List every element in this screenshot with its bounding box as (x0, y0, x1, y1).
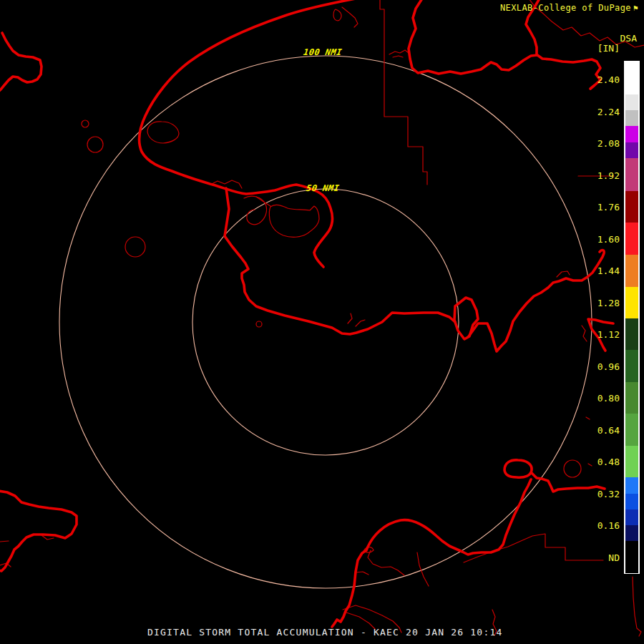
bay-dome (354, 479, 531, 586)
colorbar-segment-13 (625, 414, 638, 446)
colorbar-segment-18 (625, 525, 638, 541)
product-title: DIGITAL STORM TOTAL ACCUMULATION - KAEC … (147, 627, 502, 638)
product-code-label: DSA (620, 33, 637, 44)
colorbar-label-0.16: 0.16 (577, 520, 620, 531)
colorbar-segment-3 (625, 126, 638, 142)
map-thin-boundaries (0, 0, 644, 636)
colorbar-segment-9 (625, 287, 638, 318)
colorbar-segment-10 (625, 318, 638, 350)
colorbar-segment-14 (625, 446, 638, 477)
radar-display: NEXLAB-College of DuPage⚑ DSA [IN] 100 N… (0, 0, 644, 644)
bay-detail-1 (368, 550, 429, 586)
coast-top-left (0, 33, 42, 92)
colorbar-label-0.32: 0.32 (577, 489, 620, 499)
inlet-detail (348, 313, 365, 326)
colorbar-segment-19 (625, 541, 638, 573)
colorbar-label-0.64: 0.64 (577, 425, 620, 436)
colorbar-segment-16 (625, 494, 638, 509)
brand-label: NEXLAB-College of DuPage (500, 3, 631, 13)
coastline-south (225, 188, 455, 334)
colorbar-segment-1 (625, 94, 638, 110)
colorbar-segment-7 (625, 223, 638, 255)
coastline-main-arc (140, 0, 356, 267)
boundary-steps-top (380, 0, 427, 185)
brand-text: NEXLAB-College of DuPage⚑ (500, 3, 638, 13)
islet-cluster (389, 50, 409, 57)
colorbar-label-2.40: 2.40 (577, 74, 620, 85)
lagoon-blob (256, 197, 319, 237)
colorbar-label-ND: ND (577, 552, 620, 563)
cod-flag-icon: ⚑ (633, 4, 638, 13)
colorbar-segment-12 (625, 382, 638, 414)
peninsula-left (0, 491, 77, 571)
colorbar-label-1.12: 1.12 (577, 329, 620, 340)
colorbar-label-0.48: 0.48 (577, 457, 620, 467)
colorbar-label-1.92: 1.92 (577, 170, 620, 181)
range-ring-label-50nmi: 50 NMI (306, 183, 340, 193)
colorbar-segment-0 (625, 62, 638, 94)
colorbar-label-1.60: 1.60 (577, 234, 620, 245)
radar-map (0, 0, 644, 644)
colorbar-segment-4 (625, 142, 638, 158)
island-loop (147, 122, 179, 143)
river-tail-bottom (332, 586, 354, 627)
product-units-label: [IN] (597, 43, 620, 54)
colorbar-segment-8 (625, 255, 638, 287)
colorbar-segment-6 (625, 191, 638, 223)
small-lake-2 (87, 137, 103, 152)
shoreline-top (409, 0, 600, 89)
colorbar-label-0.80: 0.80 (577, 393, 620, 404)
lake-oval (504, 460, 532, 477)
range-ring-label-100nmi: 100 NMI (303, 47, 343, 57)
colorbar (624, 61, 640, 574)
small-lake-1 (82, 120, 89, 127)
small-lake-3 (125, 237, 145, 257)
range-ring-50nmi (192, 189, 459, 455)
colorbar-segment-17 (625, 509, 638, 525)
islet-dot (256, 321, 262, 327)
colorbar-label-1.44: 1.44 (577, 265, 620, 276)
colorbar-label-0.96: 0.96 (577, 361, 620, 372)
boundary-below-colorbar (633, 577, 641, 636)
coast-detail-top (333, 7, 358, 27)
colorbar-segment-15 (625, 477, 638, 494)
lagoon-hook (244, 196, 267, 225)
colorbar-segment-2 (625, 110, 638, 126)
colorbar-label-2.08: 2.08 (577, 138, 620, 149)
colorbar-label-2.24: 2.24 (577, 107, 620, 117)
colorbar-label-1.28: 1.28 (577, 298, 620, 308)
map-coastlines (0, 0, 613, 627)
colorbar-segment-5 (625, 158, 638, 191)
colorbar-segment-11 (625, 350, 638, 382)
colorbar-label-1.76: 1.76 (577, 202, 620, 213)
